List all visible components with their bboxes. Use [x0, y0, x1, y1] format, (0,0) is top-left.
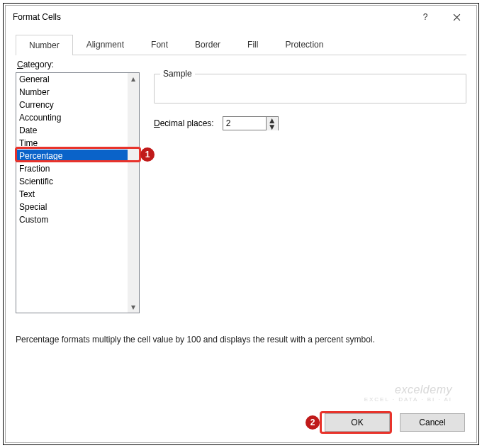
- tab-label: Border: [195, 40, 220, 50]
- tab-label: Alignment: [86, 40, 124, 50]
- format-cells-dialog: Format Cells ? Number Alignment Font Bor…: [5, 5, 477, 443]
- titlebar: Format Cells ?: [6, 6, 476, 28]
- list-item-label: Number: [19, 87, 50, 97]
- list-item-text[interactable]: Text: [16, 188, 128, 201]
- decimal-places-spinner[interactable]: ▲ ▼: [223, 116, 279, 130]
- scroll-track[interactable]: [128, 84, 139, 301]
- tab-number[interactable]: Number: [16, 35, 73, 55]
- tab-fill[interactable]: Fill: [234, 34, 271, 55]
- category-description: Percentage formats multiply the cell val…: [16, 335, 466, 345]
- list-item-label: Special: [19, 202, 47, 212]
- tab-label: Font: [151, 40, 168, 50]
- list-item-label: Custom: [19, 215, 48, 225]
- list-item-currency[interactable]: Currency: [16, 99, 128, 111]
- decimal-places-input[interactable]: [223, 117, 266, 130]
- spinner-down-button[interactable]: ▼: [267, 124, 278, 131]
- list-item-percentage[interactable]: Percentage: [16, 150, 128, 162]
- help-icon: ?: [423, 12, 428, 22]
- sample-box: Sample: [154, 74, 466, 103]
- close-button[interactable]: [441, 7, 472, 27]
- tab-label: Fill: [247, 40, 258, 50]
- list-item-label: Fraction: [19, 164, 50, 174]
- list-item-scientific[interactable]: Scientific: [16, 175, 128, 188]
- tab-alignment[interactable]: Alignment: [73, 34, 138, 55]
- tab-border[interactable]: Border: [181, 34, 234, 55]
- list-item-special[interactable]: Special: [16, 201, 128, 213]
- list-item-label: Scientific: [19, 177, 53, 186]
- button-label: OK: [351, 418, 363, 427]
- chevron-up-icon: ▴: [131, 74, 135, 84]
- label-rest: ategory:: [23, 60, 54, 69]
- screenshot-frame: Format Cells ? Number Alignment Font Bor…: [3, 3, 479, 445]
- list-item-accounting[interactable]: Accounting: [16, 111, 128, 124]
- accel-underline: D: [154, 118, 160, 128]
- list-inner: General Number Currency Accounting Date …: [16, 73, 128, 313]
- list-item-label: Percentage: [19, 151, 62, 161]
- cancel-button[interactable]: Cancel: [400, 413, 465, 432]
- dialog-body: Category: General Number Currency Accoun…: [16, 55, 466, 400]
- listbox-scrollbar[interactable]: ▴ ▾: [128, 73, 139, 313]
- list-item-custom[interactable]: Custom: [16, 213, 128, 226]
- tab-row: Number Alignment Font Border Fill Protec…: [16, 34, 466, 55]
- category-listbox[interactable]: General Number Currency Accounting Date …: [16, 72, 140, 313]
- list-item-label: Time: [19, 138, 38, 148]
- ok-button[interactable]: OK: [325, 413, 390, 432]
- list-item-label: Currency: [19, 100, 54, 110]
- list-item-fraction[interactable]: Fraction: [16, 162, 128, 175]
- decimal-places-label: Decimal places:: [154, 118, 214, 128]
- right-pane: Sample Decimal places: ▲ ▼: [154, 69, 466, 130]
- list-item-number[interactable]: Number: [16, 86, 128, 99]
- tab-protection[interactable]: Protection: [271, 34, 337, 55]
- list-item-date[interactable]: Date: [16, 124, 128, 137]
- button-label: Cancel: [419, 418, 445, 427]
- spinner-buttons: ▲ ▼: [266, 117, 278, 130]
- list-item-time[interactable]: Time: [16, 137, 128, 150]
- label-rest: ecimal places:: [160, 118, 214, 128]
- scroll-up-button[interactable]: ▴: [128, 73, 139, 84]
- list-item-label: Text: [19, 189, 35, 199]
- list-item-label: Date: [19, 125, 37, 135]
- chevron-down-icon: ▾: [131, 302, 135, 312]
- sample-label: Sample: [160, 69, 195, 79]
- tab-label: Number: [29, 40, 60, 50]
- sample-value: [155, 74, 466, 84]
- accel-underline: C: [17, 60, 23, 69]
- list-item-label: General: [19, 74, 50, 84]
- help-button[interactable]: ?: [410, 7, 441, 27]
- tab-font[interactable]: Font: [138, 34, 181, 55]
- category-label: Category:: [17, 60, 466, 69]
- triangle-down-icon: ▼: [268, 122, 276, 132]
- dialog-title: Format Cells: [13, 12, 410, 22]
- scroll-down-button[interactable]: ▾: [128, 301, 139, 313]
- tab-label: Protection: [285, 40, 323, 50]
- close-icon: [453, 13, 461, 21]
- decimal-row: Decimal places: ▲ ▼: [154, 116, 466, 130]
- list-item-label: Accounting: [19, 113, 61, 123]
- list-item-general[interactable]: General: [16, 73, 128, 86]
- dialog-footer: OK Cancel: [6, 403, 476, 442]
